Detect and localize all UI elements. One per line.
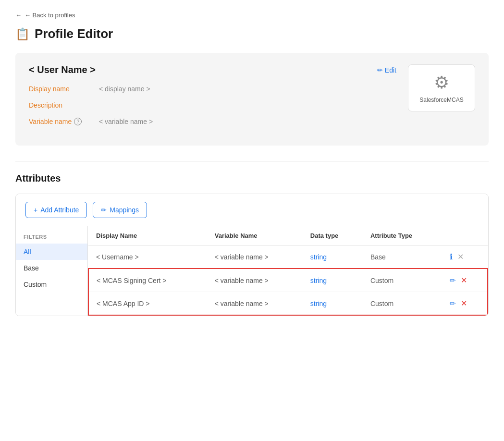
row-attribute-type: Custom xyxy=(363,269,442,292)
add-attribute-button[interactable]: + Add Attribute xyxy=(25,202,87,218)
back-arrow-icon: ← xyxy=(15,12,22,19)
attributes-section-title: Attributes xyxy=(15,173,489,184)
filter-base[interactable]: Base xyxy=(16,260,87,276)
delete-icon[interactable]: ✕ xyxy=(457,252,464,261)
table-row: < MCAS App ID > < variable name > string… xyxy=(88,292,488,316)
col-display-name: Display Name xyxy=(88,226,207,245)
description-label: Description xyxy=(29,101,91,109)
variable-name-label: Variable name ? xyxy=(29,118,91,125)
row-data-type: string xyxy=(303,292,363,316)
custom-row-actions: ✏ ✕ xyxy=(450,299,479,308)
page-title-row: 📋 Profile Editor xyxy=(15,26,489,41)
profile-card: < User Name > ✏ Edit Display name < disp… xyxy=(15,53,489,146)
col-data-type: Data type xyxy=(303,226,363,245)
filter-all[interactable]: All xyxy=(16,244,87,260)
table-row: < MCAS Signing Cert > < variable name > … xyxy=(88,269,488,292)
provider-card: ⚙ SalesforceMCAS xyxy=(408,64,475,111)
mappings-button[interactable]: ✏ Mappings xyxy=(93,202,147,218)
mappings-label: Mappings xyxy=(110,206,139,214)
section-divider xyxy=(15,161,489,161)
row-display-name: < MCAS Signing Cert > xyxy=(88,269,207,292)
row-variable-name: < variable name > xyxy=(207,269,303,292)
attributes-body: FILTERS All Base Custom Display Name Var… xyxy=(16,226,488,316)
table-body: < Username > < variable name > string Ba… xyxy=(88,245,488,316)
provider-name: SalesforceMCAS xyxy=(419,97,463,103)
custom-row-actions: ✏ ✕ xyxy=(450,276,479,285)
edit-icon[interactable]: ✏ xyxy=(450,299,456,308)
mappings-pencil-icon: ✏ xyxy=(101,206,107,214)
profile-info: < User Name > ✏ Edit Display name < disp… xyxy=(29,64,396,134)
col-actions xyxy=(442,226,488,245)
col-attribute-type: Attribute Type xyxy=(363,226,442,245)
row-display-name: < Username > xyxy=(88,245,207,269)
data-type-string-label: string xyxy=(310,300,327,307)
row-data-type: string xyxy=(303,269,363,292)
provider-gear-icon: ⚙ xyxy=(434,73,449,93)
base-row-actions: ℹ ✕ xyxy=(450,252,480,261)
row-variable-name: < variable name > xyxy=(207,245,303,269)
attributes-table: Display Name Variable Name Data type Att… xyxy=(88,226,488,316)
row-variable-name: < variable name > xyxy=(207,292,303,316)
filters-title: FILTERS xyxy=(16,228,87,244)
info-icon[interactable]: ℹ xyxy=(450,252,453,261)
row-attribute-type: Custom xyxy=(363,292,442,316)
back-label: ← Back to profiles xyxy=(25,12,75,19)
filters-panel: FILTERS All Base Custom xyxy=(16,226,88,316)
display-name-label: Display name xyxy=(29,85,91,93)
back-to-profiles-link[interactable]: ← ← Back to profiles xyxy=(15,12,489,19)
attributes-container: + Add Attribute ✏ Mappings FILTERS All B… xyxy=(15,194,489,316)
description-field-row: Description xyxy=(29,101,396,109)
filter-custom[interactable]: Custom xyxy=(16,276,87,293)
data-type-string-label: string xyxy=(310,253,327,261)
table-row: < Username > < variable name > string Ba… xyxy=(88,245,488,269)
variable-name-field-row: Variable name ? < variable name > xyxy=(29,118,396,125)
attributes-toolbar: + Add Attribute ✏ Mappings xyxy=(16,194,488,226)
row-actions: ✏ ✕ xyxy=(442,269,488,292)
row-actions: ✏ ✕ xyxy=(442,292,488,316)
add-attribute-label: Add Attribute xyxy=(40,206,79,214)
add-icon: + xyxy=(34,206,37,214)
attributes-section: Attributes + Add Attribute ✏ Mappings FI… xyxy=(15,173,489,316)
col-variable-name: Variable Name xyxy=(207,226,303,245)
variable-name-value: < variable name > xyxy=(99,118,153,125)
row-actions: ℹ ✕ xyxy=(442,245,488,269)
display-name-field-row: Display name < display name > xyxy=(29,85,396,93)
profile-editor-icon: 📋 xyxy=(15,27,30,41)
delete-icon[interactable]: ✕ xyxy=(461,299,467,308)
row-display-name: < MCAS App ID > xyxy=(88,292,207,316)
edit-icon[interactable]: ✏ xyxy=(450,276,456,285)
display-name-value: < display name > xyxy=(99,85,150,93)
profile-name-row: < User Name > ✏ Edit xyxy=(29,64,396,75)
data-type-string-label: string xyxy=(310,277,327,284)
row-attribute-type: Base xyxy=(363,245,442,269)
table-area: Display Name Variable Name Data type Att… xyxy=(88,226,488,316)
delete-icon[interactable]: ✕ xyxy=(461,276,467,285)
profile-name: < User Name > xyxy=(29,64,96,75)
page-title: Profile Editor xyxy=(35,26,113,41)
row-data-type: string xyxy=(303,245,363,269)
table-header: Display Name Variable Name Data type Att… xyxy=(88,226,488,245)
edit-button[interactable]: ✏ Edit xyxy=(377,66,396,74)
variable-name-help-icon[interactable]: ? xyxy=(74,118,82,125)
